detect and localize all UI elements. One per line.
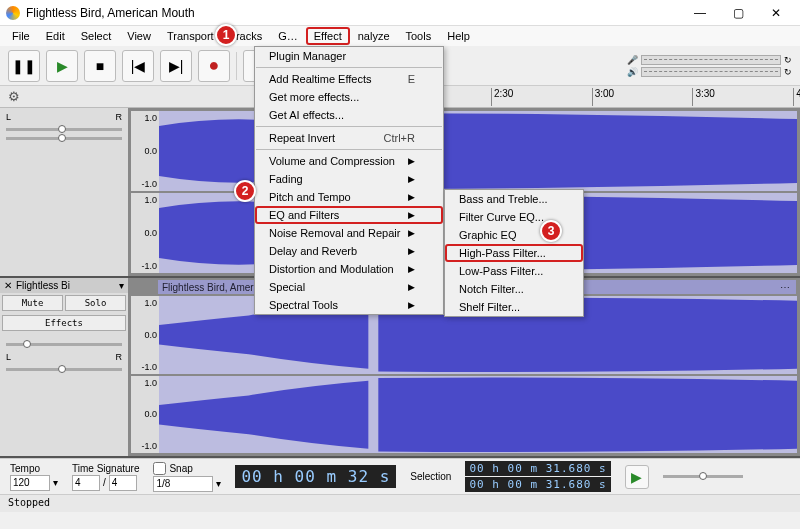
menu-special[interactable]: Special▶ [255, 278, 443, 296]
eq-submenu: Bass and Treble... Filter Curve EQ... Gr… [444, 189, 584, 317]
bottom-toolbar: Tempo 120▾ Time Signature 4/4 Snap 1/8▾ … [0, 458, 800, 494]
submenu-bass[interactable]: Bass and Treble... [445, 190, 583, 208]
track-panel: LR [0, 108, 128, 276]
selection-label: Selection [410, 471, 451, 482]
selection-start[interactable]: 00 h 00 m 31.680 s [465, 461, 610, 476]
waveform-channel[interactable]: 1.00.0-1.0 [131, 111, 797, 191]
submenu-notch[interactable]: Notch Filter... [445, 280, 583, 298]
mic-icon: 🎤 [627, 55, 638, 65]
title-bar: Flightless Bird, American Mouth — ▢ ✕ [0, 0, 800, 26]
menu-view[interactable]: View [119, 28, 159, 44]
speed-slider[interactable] [663, 475, 743, 478]
gear-icon[interactable]: ⚙ [8, 89, 20, 104]
menu-spectral[interactable]: Spectral Tools▶ [255, 296, 443, 314]
clip-menu-icon[interactable]: ⋯ [780, 282, 792, 293]
gain-slider[interactable] [6, 137, 122, 140]
menu-select[interactable]: Select [73, 28, 120, 44]
menu-volume[interactable]: Volume and Compression▶ [255, 152, 443, 170]
submenu-shelf[interactable]: Shelf Filter... [445, 298, 583, 316]
menu-transport[interactable]: Transport [159, 28, 222, 44]
menu-noise[interactable]: Noise Removal and Repair▶ [255, 224, 443, 242]
submenu-graphic[interactable]: Graphic EQ [445, 226, 583, 244]
menu-effect[interactable]: Effect [306, 27, 350, 45]
timesig-label: Time Signature [72, 463, 139, 474]
chevron-down-icon[interactable]: ▾ [119, 280, 124, 291]
menu-delay[interactable]: Delay and Reverb▶ [255, 242, 443, 260]
stop-button[interactable]: ■ [84, 50, 116, 82]
tempo-input[interactable]: 120 [10, 475, 50, 491]
menu-get-more[interactable]: Get more effects... [255, 88, 443, 106]
play-button[interactable]: ▶ [46, 50, 78, 82]
menu-bar: File Edit Select View Transport Tracks G… [0, 26, 800, 46]
menu-file[interactable]: File [4, 28, 38, 44]
play-at-speed-button[interactable]: ▶ [625, 465, 649, 489]
selection-end[interactable]: 00 h 00 m 31.680 s [465, 477, 610, 492]
menu-add-realtime[interactable]: Add Realtime EffectsE [255, 70, 443, 88]
effect-menu: Plugin Manager Add Realtime EffectsE Get… [254, 46, 444, 315]
status-bar: Stopped [0, 494, 800, 512]
menu-get-ai[interactable]: Get AI effects... [255, 106, 443, 124]
gain-slider[interactable] [6, 343, 122, 346]
submenu-highpass[interactable]: High-Pass Filter... [445, 244, 583, 262]
solo-button[interactable]: Solo [65, 295, 126, 311]
submenu-lowpass[interactable]: Low-Pass Filter... [445, 262, 583, 280]
menu-plugin-manager[interactable]: Plugin Manager [255, 47, 443, 65]
close-button[interactable]: ✕ [758, 2, 794, 24]
timesig-num-input[interactable]: 4 [72, 475, 100, 491]
timesig-den-input[interactable]: 4 [109, 475, 137, 491]
pan-slider[interactable] [6, 128, 122, 131]
menu-generate[interactable]: G… [270, 28, 306, 44]
hint-badge-1: 1 [215, 24, 237, 46]
menu-fading[interactable]: Fading▶ [255, 170, 443, 188]
speaker-icon: 🔊 [627, 67, 638, 77]
meters: 🎤↻ 🔊↻ [627, 55, 792, 77]
record-button[interactable]: ● [198, 50, 230, 82]
submenu-curve[interactable]: Filter Curve EQ... [445, 208, 583, 226]
menu-help[interactable]: Help [439, 28, 478, 44]
waveform-channel[interactable]: 1.00.0-1.0 [131, 376, 797, 454]
menu-repeat[interactable]: Repeat InvertCtrl+R [255, 129, 443, 147]
app-logo-icon [6, 6, 20, 20]
menu-eq-filters[interactable]: EQ and Filters▶ [255, 206, 443, 224]
menu-tools[interactable]: Tools [398, 28, 440, 44]
hint-badge-3: 3 [540, 220, 562, 242]
skip-end-button[interactable]: ▶| [160, 50, 192, 82]
mute-button[interactable]: Mute [2, 295, 63, 311]
refresh-icon[interactable]: ↻ [784, 67, 792, 77]
snap-select[interactable]: 1/8 [153, 476, 213, 492]
refresh-icon[interactable]: ↻ [784, 55, 792, 65]
effects-button[interactable]: Effects [2, 315, 126, 331]
maximize-button[interactable]: ▢ [720, 2, 756, 24]
snap-checkbox[interactable] [153, 462, 166, 475]
menu-pitch[interactable]: Pitch and Tempo▶ [255, 188, 443, 206]
minimize-button[interactable]: — [682, 2, 718, 24]
playback-meter[interactable] [641, 67, 781, 77]
track-panel: ✕Flightless Bi▾ MuteSolo Effects LR [0, 278, 128, 456]
menu-edit[interactable]: Edit [38, 28, 73, 44]
pan-slider[interactable] [6, 368, 122, 371]
tempo-label: Tempo [10, 463, 58, 474]
pause-button[interactable]: ❚❚ [8, 50, 40, 82]
track-name[interactable]: Flightless Bi [16, 280, 70, 291]
close-track-icon[interactable]: ✕ [4, 280, 12, 291]
menu-analyze[interactable]: nalyze [350, 28, 398, 44]
hint-badge-2: 2 [234, 180, 256, 202]
menu-distortion[interactable]: Distortion and Modulation▶ [255, 260, 443, 278]
main-timecode[interactable]: 00 h 00 m 32 s [235, 465, 396, 488]
timeline-ruler[interactable]: 30 2:00 2:30 3:00 3:30 4:00 [128, 86, 800, 107]
skip-start-button[interactable]: |◀ [122, 50, 154, 82]
window-title: Flightless Bird, American Mouth [26, 6, 682, 20]
record-meter[interactable] [641, 55, 781, 65]
